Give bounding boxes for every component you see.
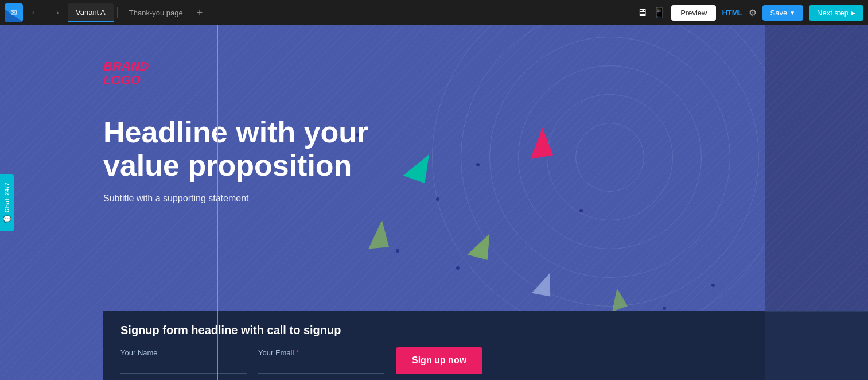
- signup-headline: Signup form headline with call to signup: [120, 324, 748, 337]
- dot-3: [436, 197, 439, 201]
- dot-2: [476, 163, 480, 166]
- html-button[interactable]: HTML: [722, 9, 742, 17]
- dot-5: [396, 249, 399, 253]
- dot-4: [579, 209, 583, 212]
- next-step-label: Next step: [817, 9, 848, 17]
- email-label: Your Email *: [258, 348, 384, 357]
- canvas: BRAND LOGO Headline with your value prop…: [0, 25, 765, 380]
- hero-content: BRAND LOGO Headline with your value prop…: [103, 60, 368, 204]
- save-dropdown-icon: ▼: [789, 10, 795, 16]
- add-tab-button[interactable]: +: [194, 7, 205, 19]
- tab-thank-you[interactable]: Thank-you page: [121, 3, 191, 22]
- hero-headline: Headline with your value proposition: [103, 116, 368, 181]
- mobile-view-icon[interactable]: 📱: [653, 6, 665, 19]
- signup-button[interactable]: Sign up now: [396, 347, 482, 374]
- signup-button-label: Sign up now: [412, 355, 466, 365]
- main-area: Chat 24/7 💬: [0, 25, 868, 380]
- dot-8: [663, 307, 666, 310]
- hero-section: BRAND LOGO Headline with your value prop…: [0, 25, 765, 380]
- circles-decoration: [409, 25, 765, 358]
- name-input[interactable]: [120, 359, 247, 374]
- chat-sidebar[interactable]: Chat 24/7 💬: [0, 174, 14, 231]
- hero-headline-line2: value proposition: [103, 149, 352, 182]
- chat-label: Chat 24/7: [4, 182, 10, 212]
- brand-line-2: LOGO: [103, 73, 368, 87]
- brand-logo: BRAND LOGO: [103, 60, 368, 87]
- save-label: Save: [770, 9, 788, 17]
- right-edge-panel: [765, 25, 868, 380]
- hero-subtitle: Subtitle with a supporting statement: [103, 193, 368, 204]
- settings-icon[interactable]: ⚙: [749, 7, 757, 18]
- email-required-mark: *: [296, 348, 299, 357]
- toolbar-right: 🖥 📱 Preview HTML ⚙ Save ▼ Next step ▶: [637, 5, 863, 21]
- name-field-group: Your Name: [120, 348, 247, 374]
- triangle-light: [532, 270, 554, 296]
- email-input[interactable]: [258, 359, 384, 374]
- tab-variant-a[interactable]: Variant A: [68, 3, 114, 22]
- brand-line-1: BRAND: [103, 60, 368, 73]
- back-button[interactable]: ←: [26, 5, 44, 21]
- guide-line: [217, 25, 218, 380]
- triangle-sage-2: [366, 220, 389, 249]
- forward-button[interactable]: →: [47, 5, 64, 21]
- right-edge-signup: [765, 311, 868, 380]
- name-label: Your Name: [120, 348, 247, 357]
- dot-6: [456, 266, 460, 270]
- triangle-pink: [526, 127, 553, 159]
- email-field-group: Your Email *: [258, 348, 384, 374]
- tab-variant-a-label: Variant A: [76, 8, 106, 17]
- tab-thank-you-label: Thank-you page: [129, 9, 183, 17]
- preview-label: Preview: [680, 9, 707, 17]
- chat-icon: 💬: [3, 215, 11, 223]
- save-button[interactable]: Save ▼: [762, 5, 804, 21]
- desktop-view-icon[interactable]: 🖥: [637, 7, 647, 19]
- preview-button[interactable]: Preview: [671, 5, 716, 21]
- hero-headline-line1: Headline with your: [103, 115, 368, 149]
- toolbar: ← → Variant A Thank-you page + 🖥 📱 Previ…: [0, 0, 868, 25]
- dot-7: [711, 284, 715, 287]
- signup-fields: Your Name Your Email * Sign up now: [120, 347, 748, 374]
- html-label: HTML: [722, 9, 742, 17]
- app-logo: [5, 3, 23, 22]
- next-arrow-icon: ▶: [851, 10, 855, 16]
- next-step-button[interactable]: Next step ▶: [809, 5, 863, 21]
- signup-section: Signup form headline with call to signup…: [103, 311, 765, 380]
